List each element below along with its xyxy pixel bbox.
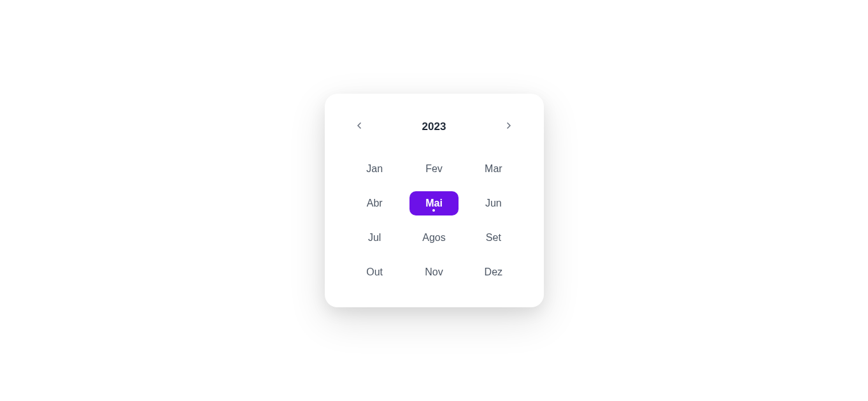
month-label: Abr	[367, 198, 383, 208]
month-label: Set	[486, 232, 501, 243]
months-grid: Jan Fev Mar Abr Mai Jun Jul Agos Set Out	[350, 157, 518, 284]
month-label: Nov	[425, 266, 443, 277]
month-label: Jan	[366, 163, 383, 174]
month-fev[interactable]: Fev	[409, 157, 459, 181]
picker-header: 2023	[350, 117, 518, 136]
month-label: Out	[366, 266, 383, 277]
month-label: Agos	[422, 232, 445, 243]
prev-year-button[interactable]	[350, 117, 368, 136]
chevron-right-icon	[504, 120, 514, 133]
month-picker: 2023 Jan Fev Mar Abr Mai Jun	[325, 94, 544, 307]
month-agos[interactable]: Agos	[409, 226, 459, 250]
month-jul[interactable]: Jul	[350, 226, 399, 250]
month-set[interactable]: Set	[469, 226, 518, 250]
month-label: Jul	[368, 232, 381, 243]
month-label: Mai	[425, 198, 443, 208]
next-year-button[interactable]	[500, 117, 518, 136]
month-dez[interactable]: Dez	[469, 260, 518, 284]
month-label: Jun	[485, 198, 502, 208]
month-mar[interactable]: Mar	[469, 157, 518, 181]
month-label: Mar	[485, 163, 502, 174]
month-jun[interactable]: Jun	[469, 191, 518, 215]
year-label[interactable]: 2023	[422, 120, 446, 133]
month-label: Fev	[425, 163, 443, 174]
current-indicator-dot	[432, 209, 435, 212]
month-label: Dez	[485, 266, 502, 277]
month-mai[interactable]: Mai	[409, 191, 459, 215]
month-abr[interactable]: Abr	[350, 191, 399, 215]
month-nov[interactable]: Nov	[409, 260, 459, 284]
chevron-left-icon	[354, 120, 364, 133]
month-out[interactable]: Out	[350, 260, 399, 284]
month-jan[interactable]: Jan	[350, 157, 399, 181]
